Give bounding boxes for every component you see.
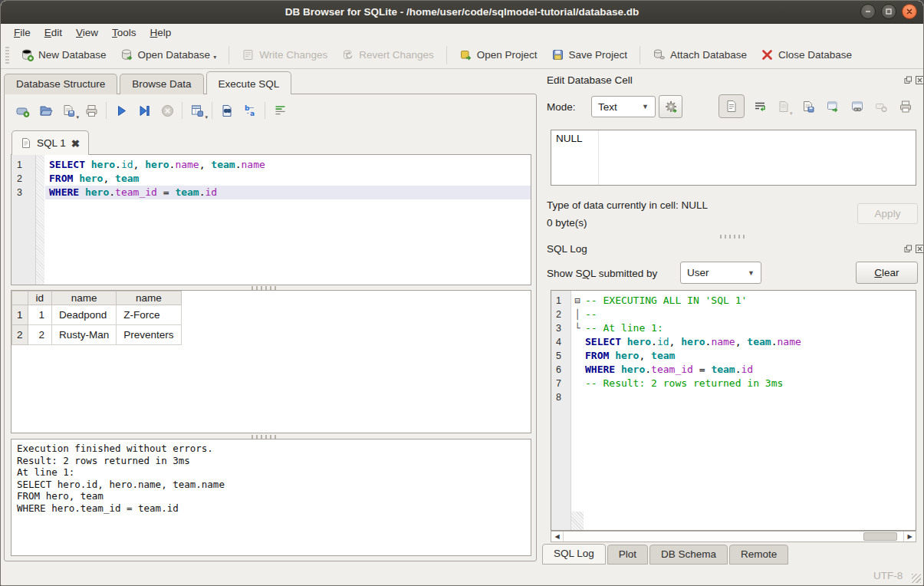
menu-view[interactable]: View [69, 25, 105, 40]
print-cell-button[interactable] [896, 97, 915, 116]
column-header-name2[interactable]: name [117, 291, 181, 305]
mode-select[interactable]: Text ▼ [591, 96, 656, 117]
cell-hero-name[interactable]: Rusty-Man [52, 325, 117, 345]
cell-hero-name[interactable]: Deadpond [52, 305, 117, 325]
toolbar-separator [106, 102, 107, 119]
find-button[interactable] [215, 101, 238, 120]
save-results-button[interactable]: ▾ [186, 101, 209, 120]
cell-team-name[interactable]: Z-Force [117, 305, 181, 325]
window-controls [860, 4, 917, 19]
sql-tab-close-icon[interactable]: ✖ [71, 137, 80, 150]
tab-browse-data[interactable]: Browse Data [120, 74, 203, 94]
word-wrap-button[interactable] [751, 97, 769, 116]
tab-plot[interactable]: Plot [607, 545, 648, 565]
sql-log-horizontal-scrollbar[interactable]: ◀ ▶ [551, 531, 916, 542]
close-panel-button[interactable] [915, 244, 924, 253]
scroll-left-icon[interactable]: ◀ [551, 532, 564, 542]
close-database-button[interactable]: Close Database [754, 44, 859, 65]
execute-all-button[interactable] [110, 101, 133, 120]
splitter-handle[interactable] [720, 235, 746, 239]
sql-document-tab[interactable]: SQL 1 ✖ [12, 130, 89, 155]
token-fld: name [711, 336, 735, 347]
float-icon [904, 245, 912, 253]
code-line: 2FROM hero, team [12, 172, 531, 186]
close-panel-button[interactable] [915, 75, 924, 84]
export-file-button[interactable] [799, 97, 817, 116]
results-header-row: id name name [12, 291, 182, 305]
attach-database-button[interactable]: Attach Database [646, 44, 754, 65]
toolbar-separator [212, 102, 212, 119]
column-header-name[interactable]: name [52, 291, 117, 305]
code-line: 8 [551, 390, 916, 404]
main-toolbar: New Database Open Database ▾ Write Chang… [1, 41, 923, 69]
resize-grip[interactable] [912, 574, 921, 583]
menu-edit[interactable]: Edit [38, 25, 69, 40]
float-panel-button[interactable] [903, 244, 912, 253]
format-sql-button[interactable] [268, 101, 291, 120]
save-sql-file-button[interactable]: ▾ [57, 101, 80, 120]
cell-value-editor[interactable]: NULL [551, 130, 916, 186]
token-pln [73, 173, 79, 184]
line-number: 1 [12, 158, 36, 172]
import-file-button: ▾ [774, 97, 793, 116]
auto-switch-mode-button[interactable] [659, 95, 682, 118]
menu-tools[interactable]: Tools [105, 25, 143, 40]
results-grid[interactable]: id name name 1 1 Deadpond Z-Force 2 2 Ru… [11, 290, 531, 433]
menu-file[interactable]: File [7, 25, 38, 40]
scroll-right-icon[interactable]: ▶ [903, 532, 916, 542]
sql-log-viewer[interactable]: 1⊟-- EXECUTING ALL IN 'SQL 1'2│--3└-- At… [551, 290, 916, 531]
replace-button[interactable]: b a [238, 101, 261, 120]
open-sql-tab-button[interactable] [11, 101, 34, 120]
print-sql-button[interactable] [80, 101, 103, 120]
token-fld: id [206, 186, 218, 198]
save-project-button[interactable]: Save Project [544, 44, 635, 65]
tab-remote[interactable]: Remote [729, 545, 788, 565]
execute-all-icon [114, 104, 129, 118]
copy-link-button[interactable] [848, 97, 866, 116]
close-button[interactable] [902, 4, 917, 19]
text-mode-button[interactable] [718, 94, 745, 118]
cell-editor-toolbar: ▾ [718, 94, 915, 119]
cell-id[interactable]: 2 [28, 325, 52, 345]
token-pln: . [115, 159, 121, 170]
code-line: 1SELECT hero.id, hero.name, team.name [12, 158, 531, 172]
open-project-icon [459, 48, 472, 61]
save-sql-dropdown-icon[interactable]: ▾ [76, 114, 79, 120]
open-in-external-button[interactable] [824, 97, 842, 116]
tab-execute-sql[interactable]: Execute SQL [206, 71, 292, 94]
cell-type-info: Type of data currently in cell: NULL [547, 199, 708, 211]
scrollbar-track[interactable] [564, 532, 903, 542]
sql-editor[interactable]: 1SELECT hero.id, hero.name, team.name2FR… [11, 154, 531, 285]
tab-sql-log[interactable]: SQL Log [542, 544, 606, 565]
cell-team-name[interactable]: Preventers [117, 325, 181, 345]
open-sql-file-button[interactable] [34, 101, 57, 120]
execute-current-line-button[interactable] [133, 101, 156, 120]
tab-database-structure[interactable]: Database Structure [4, 74, 117, 94]
tab-db-schema[interactable]: DB Schema [649, 545, 728, 565]
table-row: 1 1 Deadpond Z-Force [12, 305, 182, 325]
column-header-id[interactable]: id [28, 291, 52, 305]
code-text: WHERE hero.team_id = team.id [45, 186, 531, 199]
maximize-button[interactable] [881, 4, 896, 19]
row-header[interactable]: 1 [12, 305, 28, 325]
row-header[interactable]: 2 [12, 325, 28, 345]
clear-log-button[interactable]: Clear [856, 262, 918, 284]
window-title: DB Browser for SQLite - /home/user/code/… [1, 1, 923, 23]
float-panel-button[interactable] [903, 75, 912, 84]
minimize-button[interactable] [860, 4, 876, 19]
save-results-dropdown-icon[interactable]: ▾ [205, 114, 208, 120]
titlebar[interactable]: DB Browser for SQLite - /home/user/code/… [1, 1, 923, 24]
token-tbl: team [747, 336, 771, 347]
cell-id[interactable]: 1 [28, 305, 52, 325]
open-project-button[interactable]: Open Project [452, 44, 544, 65]
token-pln: . [199, 186, 206, 198]
toolbar-grip[interactable] [5, 47, 9, 64]
open-database-button[interactable]: Open Database ▾ [113, 44, 224, 65]
new-database-button[interactable]: New Database [14, 44, 113, 65]
sql-log-filter-select[interactable]: User ▼ [680, 262, 761, 284]
set-null-button [872, 97, 890, 116]
menu-help[interactable]: Help [143, 25, 179, 40]
scrollbar-thumb[interactable] [863, 532, 897, 541]
open-database-dropdown-icon[interactable]: ▾ [213, 54, 216, 61]
write-changes-icon [242, 48, 255, 61]
